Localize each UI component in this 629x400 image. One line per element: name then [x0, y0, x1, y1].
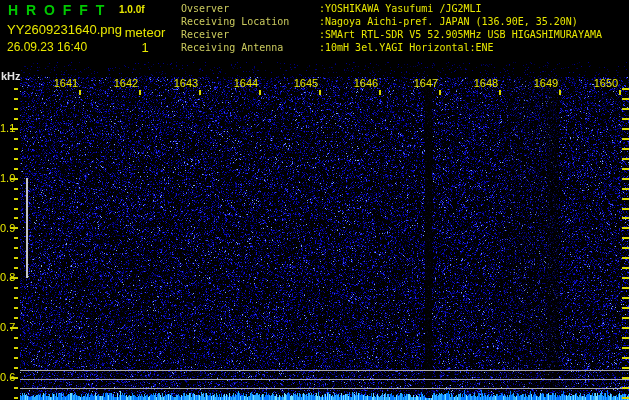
time-tick-label: 1642	[108, 77, 144, 89]
freq-minor-tick	[14, 357, 18, 359]
freq-right-tick	[622, 138, 629, 140]
freq-right-tick	[622, 277, 629, 279]
freq-right-tick	[622, 257, 629, 259]
app-title: H R O F F T	[8, 2, 106, 18]
freq-minor-tick	[14, 108, 18, 110]
time-tick-label: 1650	[588, 77, 624, 89]
freq-minor-tick	[14, 237, 18, 239]
counting-band-marker	[26, 178, 28, 278]
freq-right-tick	[622, 88, 629, 90]
info-row-location: Receiving Location :Nagoya Aichi-pref. J…	[181, 15, 602, 28]
freq-minor-tick	[14, 148, 18, 150]
mode-label: meteor	[122, 25, 168, 40]
freq-right-tick	[622, 267, 629, 269]
freq-minor-tick	[14, 247, 18, 249]
info-label: Receiving Location	[181, 15, 319, 28]
freq-minor-tick	[14, 188, 18, 190]
freq-right-tick	[622, 297, 629, 299]
freq-major-tick	[10, 227, 18, 229]
time-tick	[499, 90, 501, 95]
freq-right-tick	[622, 337, 629, 339]
info-label: Receiver	[181, 28, 319, 41]
freq-right-tick	[622, 198, 629, 200]
freq-right-tick	[622, 158, 629, 160]
time-tick	[619, 90, 621, 95]
freq-right-tick	[622, 247, 629, 249]
output-filename: YY2609231640.png	[7, 22, 122, 37]
freq-right-tick	[622, 377, 629, 379]
info-row-antenna: Receiving Antenna :10mH 3el.YAGI Horizon…	[181, 41, 602, 54]
level-gridline-2	[20, 379, 629, 380]
time-tick-label: 1641	[48, 77, 84, 89]
time-tick	[559, 90, 561, 95]
freq-right-tick	[622, 168, 629, 170]
freq-minor-tick	[14, 158, 18, 160]
freq-minor-tick	[14, 337, 18, 339]
time-tick-label: 1647	[408, 77, 444, 89]
info-label: Ovserver	[181, 2, 319, 15]
freq-right-tick	[622, 307, 629, 309]
freq-minor-tick	[14, 317, 18, 319]
freq-minor-tick	[14, 88, 18, 90]
hrofft-screen: H R O F F T 1.0.0f YY2609231640.png mete…	[0, 0, 629, 400]
info-value: :YOSHIKAWA Yasufumi /JG2MLI	[319, 2, 482, 15]
freq-minor-tick	[14, 297, 18, 299]
freq-minor-tick	[14, 347, 18, 349]
info-value: :SMArt RTL-SDR V5 52.905MHz USB HIGASHIM…	[319, 28, 602, 41]
freq-minor-tick	[14, 138, 18, 140]
freq-right-tick	[622, 188, 629, 190]
app-version: 1.0.0f	[119, 4, 145, 15]
time-tick	[79, 90, 81, 95]
freq-right-tick	[622, 208, 629, 210]
freq-right-tick	[622, 178, 629, 180]
datetime-label: 26.09.23 16:40	[7, 40, 87, 54]
freq-right-tick	[622, 118, 629, 120]
freq-minor-tick	[14, 198, 18, 200]
freq-minor-tick	[14, 208, 18, 210]
time-tick	[139, 90, 141, 95]
freq-right-tick	[622, 217, 629, 219]
time-tick-label: 1645	[288, 77, 324, 89]
station-info-table: Ovserver :YOSHIKAWA Yasufumi /JG2MLI Rec…	[181, 2, 602, 54]
time-tick	[439, 90, 441, 95]
freq-right-tick	[622, 287, 629, 289]
freq-minor-tick	[14, 387, 18, 389]
freq-major-tick	[10, 178, 18, 180]
info-row-receiver: Receiver :SMArt RTL-SDR V5 52.905MHz USB…	[181, 28, 602, 41]
freq-minor-tick	[14, 367, 18, 369]
time-tick-label: 1646	[348, 77, 384, 89]
info-value: :Nagoya Aichi-pref. JAPAN (136.90E, 35.2…	[319, 15, 578, 28]
level-gridline-1	[20, 370, 629, 371]
freq-minor-tick	[14, 257, 18, 259]
freq-minor-tick	[14, 307, 18, 309]
time-tick-label: 1644	[228, 77, 264, 89]
time-tick	[199, 90, 201, 95]
info-label: Receiving Antenna	[181, 41, 319, 54]
time-tick-label: 1649	[528, 77, 564, 89]
time-tick	[379, 90, 381, 95]
time-tick	[319, 90, 321, 95]
time-tick-label: 1643	[168, 77, 204, 89]
freq-right-tick	[622, 367, 629, 369]
freq-right-tick	[622, 327, 629, 329]
freq-right-tick	[622, 237, 629, 239]
freq-major-tick	[10, 277, 18, 279]
freq-minor-tick	[14, 98, 18, 100]
info-value: :10mH 3el.YAGI Horizontal:ENE	[319, 41, 494, 54]
freq-minor-tick	[14, 168, 18, 170]
freq-major-tick	[10, 377, 18, 379]
freq-major-tick	[10, 128, 18, 130]
freq-right-tick	[622, 397, 629, 399]
freq-minor-tick	[14, 217, 18, 219]
freq-right-tick	[622, 357, 629, 359]
freq-minor-tick	[14, 267, 18, 269]
info-row-observer: Ovserver :YOSHIKAWA Yasufumi /JG2MLI	[181, 2, 602, 15]
freq-minor-tick	[14, 287, 18, 289]
time-tick-label: 1648	[468, 77, 504, 89]
freq-right-tick	[622, 148, 629, 150]
freq-right-tick	[622, 108, 629, 110]
freq-minor-tick	[14, 118, 18, 120]
freq-major-tick	[10, 327, 18, 329]
freq-right-tick	[622, 227, 629, 229]
spectrogram-canvas	[0, 0, 629, 400]
